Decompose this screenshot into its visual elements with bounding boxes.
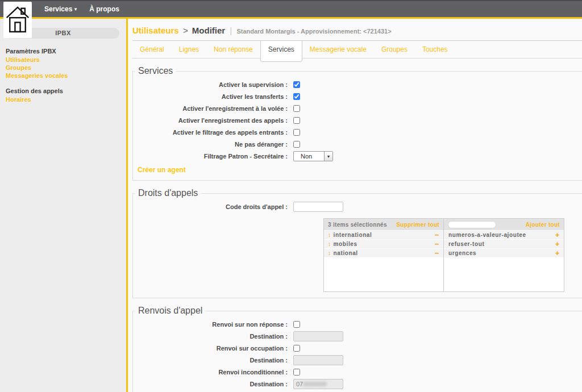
drag-handle-icon[interactable]: ↕ bbox=[328, 232, 331, 238]
destination-label: Destination : bbox=[133, 333, 288, 340]
home-icon bbox=[5, 3, 30, 36]
renvoi-inconditionnel-checkbox[interactable] bbox=[293, 369, 300, 376]
add-icon[interactable]: + bbox=[555, 232, 560, 238]
tab-lignes[interactable]: Lignes bbox=[172, 41, 206, 59]
form-row: Activer l'enregistrement à la volée : bbox=[133, 103, 582, 114]
filtrage-entrants-checkbox[interactable] bbox=[293, 129, 300, 136]
list-item: urgences + bbox=[444, 249, 564, 257]
list-item: numeros-a-valeur-ajoutee + bbox=[444, 231, 564, 239]
sidebar-item-messageries-vocales[interactable]: Messageries vocales bbox=[0, 72, 126, 80]
form-row: Destination : bbox=[133, 355, 582, 366]
drag-handle-icon[interactable]: ↕ bbox=[328, 250, 331, 256]
forwarding-fieldset: Renvois d'appel Renvoi sur non réponse :… bbox=[132, 306, 582, 392]
destination-label: Destination : bbox=[133, 381, 288, 387]
code-droits-input[interactable] bbox=[293, 202, 343, 212]
tab-groupes[interactable]: Groupes bbox=[374, 41, 415, 59]
main-content: Utilisateurs > Modifier | Standard Monta… bbox=[128, 19, 582, 392]
remove-icon[interactable]: − bbox=[435, 251, 439, 256]
transferts-label: Activer les transferts : bbox=[133, 93, 288, 100]
destination-label: Destination : bbox=[133, 357, 288, 364]
list-item: refuser-tout + bbox=[444, 240, 564, 248]
tab-touches[interactable]: Touches bbox=[415, 41, 455, 59]
destination-non-reponse-input[interactable] bbox=[293, 331, 343, 341]
form-row: Activer la supervision : bbox=[133, 79, 582, 90]
tab-bar: Général Lignes Non réponse Services Mess… bbox=[132, 40, 582, 59]
ne-pas-deranger-checkbox[interactable] bbox=[293, 141, 300, 148]
filtrage-patron-label: Filtrage Patron - Secrétaire : bbox=[133, 153, 288, 160]
tab-services[interactable]: Services bbox=[260, 41, 302, 62]
right-name: mobiles bbox=[334, 241, 435, 247]
breadcrumb-section[interactable]: Utilisateurs bbox=[132, 26, 179, 35]
form-row: Activer les transferts : bbox=[133, 91, 582, 102]
menu-about[interactable]: À propos bbox=[89, 5, 119, 13]
form-row: Code droits d'appel : bbox=[133, 201, 582, 212]
sidebar: IPBX Paramètres IPBX Utilisateurs Groupe… bbox=[0, 19, 128, 392]
breadcrumb-divider: | bbox=[227, 26, 234, 35]
services-fieldset: Services Activer la supervision : Active… bbox=[132, 66, 582, 181]
transferts-checkbox[interactable] bbox=[293, 93, 300, 100]
add-all-link[interactable]: Ajouter tout bbox=[526, 222, 560, 228]
form-row: Activer l'enregistrement des appels : bbox=[133, 115, 582, 126]
code-droits-label: Code droits d'appel : bbox=[133, 203, 288, 210]
drag-handle-icon[interactable]: ↕ bbox=[328, 241, 331, 247]
renvoi-occupation-label: Renvoi sur occupation : bbox=[133, 345, 288, 352]
menu-services-label: Services bbox=[44, 5, 72, 13]
ne-pas-deranger-label: Ne pas déranger : bbox=[133, 141, 288, 148]
breadcrumb-separator: > bbox=[181, 26, 190, 35]
call-rights-fieldset: Droits d'appels Code droits d'appel : 3 … bbox=[132, 188, 582, 298]
enregistrement-volee-label: Activer l'enregistrement à la volée : bbox=[133, 105, 288, 112]
selected-count-label: 3 items sélectionnés bbox=[328, 222, 387, 228]
renvoi-occupation-checkbox[interactable] bbox=[293, 345, 300, 352]
filtrage-patron-select[interactable]: Non ▼ bbox=[293, 151, 333, 161]
tab-non-reponse[interactable]: Non réponse bbox=[206, 41, 260, 59]
enregistrement-appels-checkbox[interactable] bbox=[293, 117, 300, 124]
renvoi-non-reponse-label: Renvoi sur non réponse : bbox=[133, 321, 288, 328]
form-row: Activer le filtrage des appels entrants … bbox=[133, 127, 582, 138]
menu-about-label: À propos bbox=[89, 5, 119, 13]
right-name: refuser-tout bbox=[448, 241, 555, 247]
page-title: Modifier bbox=[192, 26, 225, 35]
filtrage-entrants-label: Activer le filtrage des appels entrants … bbox=[133, 129, 288, 136]
destination-inconditionnel-input[interactable]: 07 ######## bbox=[293, 379, 343, 389]
right-name: international bbox=[334, 232, 435, 238]
sidebar-item-horaires[interactable]: Horaires bbox=[0, 95, 126, 103]
sidebar-heading: Gestion des appels bbox=[0, 86, 126, 95]
call-rights-legend: Droits d'appels bbox=[135, 188, 201, 198]
breadcrumb: Utilisateurs > Modifier | Standard Monta… bbox=[132, 26, 582, 35]
remove-all-link[interactable]: Supprimer tout bbox=[396, 222, 439, 228]
renvoi-inconditionnel-label: Renvoi inconditionnel : bbox=[133, 369, 288, 376]
call-rights-dual-list: 3 items sélectionnés Supprimer tout ↕ in… bbox=[323, 218, 564, 292]
selected-rights-panel: 3 items sélectionnés Supprimer tout ↕ in… bbox=[324, 219, 444, 291]
chevron-down-icon: ▼ bbox=[324, 152, 332, 161]
tab-general[interactable]: Général bbox=[132, 41, 172, 59]
create-agent-link[interactable]: Créer un agent bbox=[138, 166, 186, 174]
remove-icon[interactable]: − bbox=[435, 232, 439, 238]
available-rights-panel: Ajouter tout numeros-a-valeur-ajoutee + … bbox=[444, 219, 564, 291]
form-row: Ne pas déranger : bbox=[133, 139, 582, 150]
list-item: ↕ national − bbox=[324, 249, 443, 257]
remove-icon[interactable]: − bbox=[435, 241, 439, 247]
destination-value-prefix: 07 bbox=[296, 381, 303, 387]
menu-services[interactable]: Services ▾ bbox=[44, 5, 77, 13]
right-name: urgences bbox=[448, 250, 555, 256]
renvoi-non-reponse-checkbox[interactable] bbox=[293, 321, 300, 328]
services-legend: Services bbox=[135, 66, 176, 76]
rights-search-input[interactable] bbox=[448, 221, 496, 228]
enregistrement-volee-checkbox[interactable] bbox=[293, 105, 300, 112]
supervision-label: Activer la supervision : bbox=[133, 81, 288, 88]
sidebar-item-utilisateurs[interactable]: Utilisateurs bbox=[0, 56, 126, 64]
sidebar-heading: Paramètres IPBX bbox=[0, 47, 126, 56]
enregistrement-appels-label: Activer l'enregistrement des appels : bbox=[133, 117, 288, 124]
selected-rights-header: 3 items sélectionnés Supprimer tout bbox=[324, 219, 443, 230]
sidebar-item-groupes[interactable]: Groupes bbox=[0, 64, 126, 72]
sidebar-section-gestion: Gestion des appels Horaires bbox=[0, 86, 126, 103]
tab-messagerie-vocale[interactable]: Messagerie vocale bbox=[302, 41, 374, 59]
app-logo[interactable] bbox=[3, 2, 32, 38]
destination-occupation-input[interactable] bbox=[293, 355, 343, 365]
add-icon[interactable]: + bbox=[555, 241, 560, 247]
form-row: Filtrage Patron - Secrétaire : Non ▼ bbox=[133, 151, 582, 162]
add-icon[interactable]: + bbox=[555, 251, 560, 256]
supervision-checkbox[interactable] bbox=[293, 81, 300, 88]
right-name: national bbox=[334, 250, 435, 256]
chevron-down-icon: ▾ bbox=[74, 6, 77, 12]
